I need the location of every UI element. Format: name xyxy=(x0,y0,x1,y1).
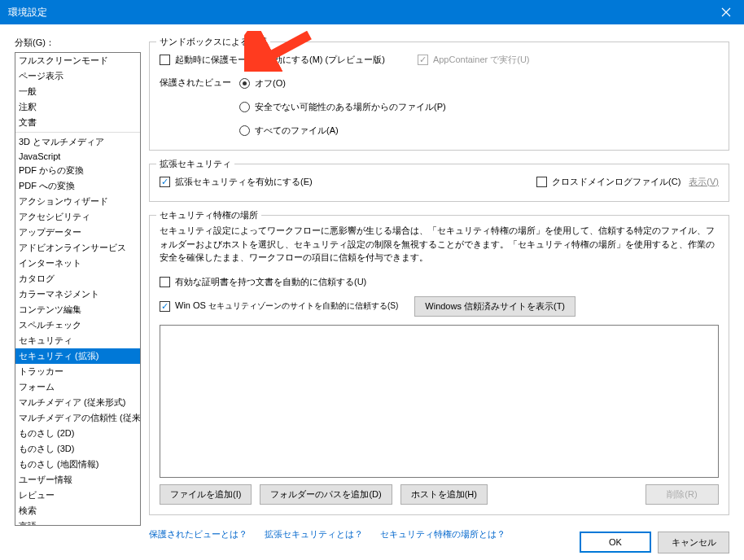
add-host-button[interactable]: ホストを追加(H) xyxy=(400,484,488,505)
crossdomain-checkbox[interactable] xyxy=(536,177,547,187)
win-trusted-sites-button[interactable]: Windows 信頼済みサイトを表示(T) xyxy=(414,296,576,317)
category-item[interactable]: PDF からの変換 xyxy=(15,163,140,178)
crossdomain-label: クロスドメインログファイル(C) xyxy=(552,176,681,188)
cancel-button[interactable]: キャンセル xyxy=(658,532,729,553)
pv-unsafe-label: 安全でない可能性のある場所からのファイル(P) xyxy=(255,101,446,113)
protected-view-label: 保護されたビュー xyxy=(160,74,231,89)
category-item[interactable]: カラーマネジメント xyxy=(15,287,140,302)
title-bar: 環境設定 xyxy=(0,0,744,24)
category-item[interactable]: アップデーター xyxy=(15,225,140,240)
category-item[interactable]: 3D とマルチメディア xyxy=(15,134,140,150)
winos-trust-checkbox[interactable] xyxy=(160,301,170,312)
priv-help-link[interactable]: セキュリティ特権の場所とは？ xyxy=(380,529,505,539)
category-item[interactable]: セキュリティ (拡張) xyxy=(15,348,140,364)
sandbox-group-title: サンドボックスによる保護 xyxy=(156,36,270,48)
category-item[interactable]: 一般 xyxy=(15,84,140,99)
pv-all-label: すべてのファイル(A) xyxy=(255,125,339,137)
close-button[interactable] xyxy=(707,0,744,24)
category-item[interactable]: カタログ xyxy=(15,271,140,287)
category-item[interactable]: レビュー xyxy=(15,488,140,503)
pv-off-radio[interactable] xyxy=(239,78,250,89)
protected-mode-checkbox[interactable] xyxy=(160,55,170,65)
show-log-link[interactable]: 表示(V) xyxy=(689,176,719,188)
ext-help-link[interactable]: 拡張セキュリティとは？ xyxy=(265,529,363,539)
ext-security-checkbox[interactable] xyxy=(160,177,170,187)
priv-location-title: セキュリティ特権の場所 xyxy=(156,209,261,221)
category-item[interactable]: アクションウィザード xyxy=(15,194,140,209)
protected-mode-label: 起動時に保護モードを有効にする(M) (プレビュー版) xyxy=(175,54,385,66)
category-item[interactable]: マルチメディア (従来形式) xyxy=(15,395,140,410)
category-item[interactable]: トラッカー xyxy=(15,364,140,379)
window-title: 環境設定 xyxy=(8,6,707,20)
category-item[interactable]: ページ表示 xyxy=(15,68,140,84)
ext-security-label: 拡張セキュリティを有効にする(E) xyxy=(175,176,313,188)
category-item[interactable]: JavaScript xyxy=(15,150,140,163)
pv-unsafe-radio[interactable] xyxy=(239,102,250,112)
category-panel: 分類(G)： フルスクリーンモードページ表示一般注釈文書3D とマルチメディアJ… xyxy=(15,37,141,526)
ext-security-title: 拡張セキュリティ xyxy=(156,158,234,170)
category-item[interactable]: アクセシビリティ xyxy=(15,209,140,225)
category-item[interactable]: ユーザー情報 xyxy=(15,472,140,488)
auto-trust-cert-label: 有効な証明書を持つ文書を自動的に信頼する(U) xyxy=(175,276,366,288)
category-item[interactable]: フルスクリーンモード xyxy=(15,53,140,68)
category-item[interactable]: 注釈 xyxy=(15,99,140,115)
category-item[interactable]: 文書 xyxy=(15,115,140,130)
priv-location-desc: セキュリティ設定によってワークフローに悪影響が生じる場合は、「セキュリティ特権の… xyxy=(160,224,719,265)
add-folder-button[interactable]: フォルダーのパスを追加(D) xyxy=(260,484,392,505)
ok-button[interactable]: OK xyxy=(580,532,651,553)
category-item[interactable]: フォーム xyxy=(15,379,140,395)
trusted-locations-list[interactable] xyxy=(160,325,719,478)
appcontainer-label: AppContainer で実行(U) xyxy=(433,54,530,66)
category-item[interactable]: ものさし (3D) xyxy=(15,441,140,457)
priv-location-group: セキュリティ特権の場所 セキュリティ設定によってワークフローに悪影響が生じる場合… xyxy=(149,215,729,515)
category-item[interactable]: マルチメディアの信頼性 (従来形式) xyxy=(15,410,140,426)
category-item[interactable]: インターネット xyxy=(15,256,140,271)
category-label: 分類(G)： xyxy=(15,37,141,49)
category-item[interactable]: アドビオンラインサービス xyxy=(15,240,140,256)
category-item[interactable]: 検索 xyxy=(15,503,140,518)
pv-off-label: オフ(O) xyxy=(255,77,286,90)
sandbox-group: サンドボックスによる保護 起動時に保護モードを有効にする(M) (プレビュー版)… xyxy=(149,42,729,151)
category-item[interactable]: 言語 xyxy=(15,518,140,526)
add-file-button[interactable]: ファイルを追加(I) xyxy=(160,484,252,505)
ext-security-group: 拡張セキュリティ 拡張セキュリティを有効にする(E) クロスドメインログファイル… xyxy=(149,164,729,202)
pv-all-radio[interactable] xyxy=(239,125,250,136)
category-item[interactable]: セキュリティ xyxy=(15,333,140,348)
category-item[interactable]: スペルチェック xyxy=(15,317,140,333)
category-item[interactable]: コンテンツ編集 xyxy=(15,302,140,317)
remove-button: 削除(R) xyxy=(646,484,719,505)
winos-label: Win OS セキュリティゾーンのサイトを自動的に信頼する(S) xyxy=(175,300,398,312)
appcontainer-checkbox xyxy=(418,55,428,65)
auto-trust-cert-checkbox[interactable] xyxy=(160,277,170,287)
close-icon xyxy=(721,7,731,17)
category-item[interactable]: ものさし (地図情報) xyxy=(15,457,140,472)
category-item[interactable]: ものさし (2D) xyxy=(15,426,140,441)
pv-help-link[interactable]: 保護されたビューとは？ xyxy=(149,529,247,539)
category-item[interactable]: PDF への変換 xyxy=(15,178,140,194)
category-list[interactable]: フルスクリーンモードページ表示一般注釈文書3D とマルチメディアJavaScri… xyxy=(15,52,141,526)
